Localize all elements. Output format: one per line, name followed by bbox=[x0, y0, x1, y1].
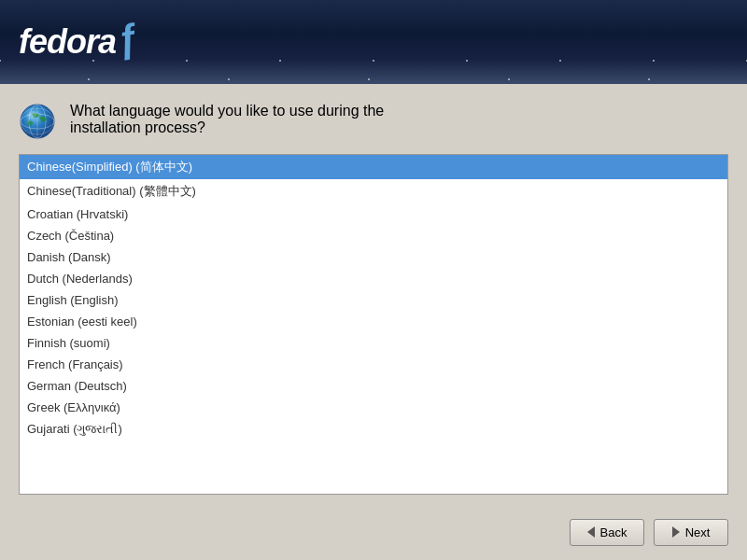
back-button[interactable]: Back bbox=[570, 519, 644, 546]
header: fedoraƒ bbox=[0, 0, 747, 84]
language-item-chinese-simplified[interactable]: Chinese(Simplified) (简体中文) bbox=[20, 155, 727, 179]
fedora-symbol: ƒ bbox=[114, 14, 143, 62]
back-label: Back bbox=[600, 525, 627, 539]
language-item-dutch[interactable]: Dutch (Nederlands) bbox=[20, 268, 727, 289]
main-content: What language would you like to use duri… bbox=[0, 84, 747, 504]
next-button[interactable]: Next bbox=[654, 519, 728, 546]
language-item-croatian[interactable]: Croatian (Hrvatski) bbox=[20, 203, 727, 225]
question-line1: What language would you like to use duri… bbox=[70, 103, 384, 119]
language-list-container: Chinese(Simplified) (简体中文)Chinese(Tradit… bbox=[19, 154, 728, 495]
globe-icon bbox=[19, 103, 56, 140]
language-item-gujarati[interactable]: Gujarati (ગુજરાતી) bbox=[20, 418, 727, 441]
footer: Back Next bbox=[0, 504, 747, 560]
language-item-danish[interactable]: Danish (Dansk) bbox=[20, 246, 727, 268]
question-line2: installation process? bbox=[70, 119, 384, 136]
back-arrow-icon bbox=[587, 526, 595, 538]
language-item-chinese-traditional[interactable]: Chinese(Traditional) (繁體中文) bbox=[20, 179, 727, 203]
language-list[interactable]: Chinese(Simplified) (简体中文)Chinese(Tradit… bbox=[20, 155, 727, 494]
question-section: What language would you like to use duri… bbox=[19, 103, 728, 140]
language-item-french[interactable]: French (Français) bbox=[20, 354, 727, 375]
next-arrow-icon bbox=[672, 526, 680, 538]
language-item-german[interactable]: German (Deutsch) bbox=[20, 375, 727, 397]
logo: fedoraƒ bbox=[19, 22, 139, 62]
fedora-text: fedora bbox=[19, 22, 116, 62]
language-item-greek[interactable]: Greek (Ελληνικά) bbox=[20, 397, 727, 418]
language-item-estonian[interactable]: Estonian (eesti keel) bbox=[20, 311, 727, 332]
language-item-finnish[interactable]: Finnish (suomi) bbox=[20, 332, 727, 354]
next-label: Next bbox=[685, 525, 711, 539]
language-item-czech[interactable]: Czech (Čeština) bbox=[20, 225, 727, 246]
language-item-english[interactable]: English (English) bbox=[20, 289, 727, 311]
question-text: What language would you like to use duri… bbox=[70, 103, 384, 136]
